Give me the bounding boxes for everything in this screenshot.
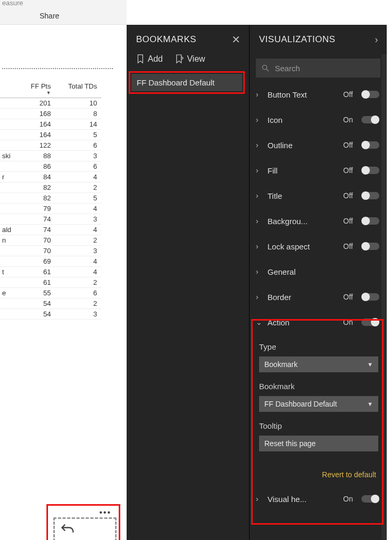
- table-cell: 86: [21, 161, 55, 172]
- table-cell: 2: [55, 235, 101, 246]
- table-row[interactable]: 1645: [0, 130, 101, 140]
- table-cell: 55: [21, 288, 55, 298]
- ribbon-share-button[interactable]: Share: [40, 12, 59, 20]
- table-row[interactable]: 822: [0, 182, 101, 193]
- table-row[interactable]: 866: [0, 161, 101, 172]
- table-row[interactable]: 1688: [0, 109, 101, 119]
- property-row[interactable]: ›General: [250, 259, 387, 284]
- table-row[interactable]: 20110: [0, 98, 101, 109]
- table-row[interactable]: e556: [0, 288, 101, 298]
- search-input[interactable]: [275, 64, 375, 73]
- table-row[interactable]: r844: [0, 172, 101, 182]
- table-header-row: FF Pts▼ Total TDs: [0, 80, 101, 98]
- table-cell: 2: [55, 298, 101, 309]
- property-action-state: On: [338, 318, 353, 326]
- revert-to-default-link[interactable]: Revert to default: [259, 470, 378, 479]
- property-toggle[interactable]: [361, 91, 379, 98]
- table-cell: 2: [55, 277, 101, 288]
- data-table: FF Pts▼ Total TDs 2011016881641416451226…: [0, 80, 101, 320]
- visualizations-header: VISUALIZATIONS ›: [250, 25, 387, 54]
- table-row[interactable]: 794: [0, 204, 101, 214]
- property-toggle[interactable]: [361, 141, 379, 149]
- action-bookmark-dropdown[interactable]: FF Dashboard Default ▼: [259, 396, 378, 412]
- table-row[interactable]: 703: [0, 246, 101, 256]
- table-row[interactable]: ald744: [0, 225, 101, 235]
- table-cell: 6: [55, 161, 101, 172]
- table-cell: 14: [55, 119, 101, 130]
- table-cell: 10: [55, 98, 101, 109]
- bookmark-item[interactable]: FF Dashboard Default: [131, 74, 242, 91]
- table-row[interactable]: ski883: [0, 151, 101, 161]
- close-icon[interactable]: ✕: [232, 33, 241, 46]
- table-row[interactable]: 543: [0, 309, 101, 320]
- table-header-empty[interactable]: [0, 80, 21, 98]
- property-visualheader-label: Visual he...: [267, 495, 334, 504]
- table-header-ffpts[interactable]: FF Pts▼: [21, 80, 55, 98]
- table-cell: 5: [55, 130, 101, 140]
- property-action-toggle[interactable]: [361, 319, 379, 326]
- property-label: Button Text: [267, 90, 334, 99]
- property-visualheader-row[interactable]: › Visual he... On: [250, 486, 387, 512]
- table-cell: t: [0, 267, 21, 277]
- caret-down-icon: ▼: [367, 401, 373, 407]
- property-toggle[interactable]: [361, 243, 379, 250]
- table-row[interactable]: 825: [0, 193, 101, 204]
- table-cell: 3: [55, 151, 101, 161]
- table-row[interactable]: 694: [0, 256, 101, 267]
- property-row[interactable]: ›Lock aspectOff: [250, 234, 387, 259]
- right-edge-scrollbar[interactable]: [381, 54, 387, 539]
- bookmarks-view-button[interactable]: View: [175, 54, 205, 64]
- table-cell: 168: [21, 109, 55, 119]
- table-row[interactable]: n702: [0, 235, 101, 246]
- property-label: Lock aspect: [267, 242, 334, 251]
- table-cell: [0, 277, 21, 288]
- table-cell: 5: [55, 193, 101, 204]
- table-cell: 3: [55, 309, 101, 320]
- table-cell: 61: [21, 277, 55, 288]
- reset-button-visual[interactable]: [53, 517, 117, 540]
- table-row[interactable]: t614: [0, 267, 101, 277]
- property-row[interactable]: ›TitleOff: [250, 183, 387, 208]
- table-header-totaltds[interactable]: Total TDs: [55, 80, 101, 98]
- chevron-right-icon[interactable]: ›: [375, 34, 379, 45]
- property-toggle[interactable]: [361, 217, 379, 225]
- property-action-row[interactable]: ⌄ Action On: [250, 310, 387, 335]
- highlight-bookmark-item: FF Dashboard Default: [129, 71, 245, 94]
- property-toggle[interactable]: [361, 167, 379, 174]
- table-cell: 54: [21, 298, 55, 309]
- property-row[interactable]: ›FillOff: [250, 158, 387, 183]
- table-cell: 4: [55, 267, 101, 277]
- table-cell: [0, 214, 21, 225]
- property-toggle[interactable]: [361, 293, 379, 301]
- property-state: Off: [338, 191, 353, 200]
- property-row[interactable]: ›OutlineOff: [250, 132, 387, 158]
- table-row[interactable]: 16414: [0, 119, 101, 130]
- action-tooltip-label: Tooltip: [259, 421, 378, 430]
- property-visualheader-toggle[interactable]: [361, 495, 379, 503]
- table-row[interactable]: 743: [0, 214, 101, 225]
- property-row[interactable]: ›Backgrou...Off: [250, 208, 387, 234]
- action-type-dropdown[interactable]: Bookmark ▼: [259, 356, 378, 372]
- chevron-right-icon: ›: [256, 166, 263, 175]
- table-cell: 164: [21, 130, 55, 140]
- table-cell: [0, 119, 21, 130]
- property-toggle[interactable]: [361, 192, 379, 199]
- property-toggle[interactable]: [361, 116, 379, 123]
- bookmark-view-icon: [175, 54, 184, 64]
- property-row[interactable]: ›Button TextOff: [250, 82, 387, 107]
- visual-more-icon[interactable]: •••: [99, 508, 111, 517]
- table-cell: 69: [21, 256, 55, 267]
- table-row[interactable]: 542: [0, 298, 101, 309]
- bookmarks-add-button[interactable]: Add: [136, 54, 162, 64]
- table-row[interactable]: 612: [0, 277, 101, 288]
- search-box[interactable]: [256, 59, 380, 78]
- property-row[interactable]: ›IconOn: [250, 107, 387, 132]
- property-state: Off: [338, 242, 353, 250]
- table-header-ffpts-label: FF Pts: [31, 82, 51, 90]
- highlight-reset-visual: •••: [46, 504, 120, 540]
- property-row[interactable]: ›BorderOff: [250, 284, 387, 310]
- action-tooltip-input[interactable]: Reset this page: [259, 436, 378, 451]
- table-cell: [0, 161, 21, 172]
- table-row[interactable]: 1226: [0, 140, 101, 151]
- canvas-area: FF Pts▼ Total TDs 2011016881641416451226…: [0, 25, 127, 540]
